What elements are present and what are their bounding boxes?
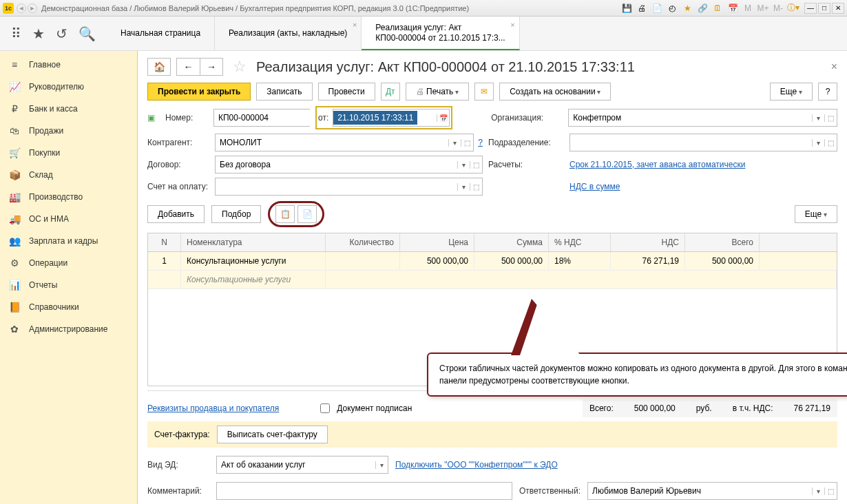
requisites-link[interactable]: Реквизиты продавца и покупателя (147, 403, 279, 413)
calc-link[interactable]: Срок 21.10.2015, зачет аванса автоматиче… (569, 160, 837, 169)
ed-type-field[interactable]: ▾ (216, 456, 388, 474)
sidebar-item-2[interactable]: ₽Банк и касса (0, 98, 137, 120)
info-icon[interactable]: ⓘ▾ (788, 3, 799, 14)
back-button[interactable]: ← (176, 58, 200, 76)
link-icon[interactable]: 🔗 (697, 3, 708, 14)
table-row-sub[interactable]: Консультационные услуги (148, 271, 837, 289)
number-field[interactable] (213, 109, 310, 127)
sidebar-item-9[interactable]: ⚙Операции (0, 252, 137, 274)
calendar-icon[interactable]: 📅 (437, 114, 449, 122)
save-icon[interactable]: 💾 (621, 3, 632, 14)
col-vat[interactable]: % НДС (549, 233, 611, 251)
search-icon[interactable]: 🔍 (79, 25, 96, 42)
close-doc-button[interactable]: × (831, 61, 837, 73)
pick-button[interactable]: Подбор (211, 205, 261, 223)
table-row[interactable]: 1 Консультационные услуги 500 000,00 500… (148, 252, 837, 271)
col-price[interactable]: Цена (400, 233, 474, 251)
history-icon[interactable]: ↺ (56, 25, 67, 42)
m-minus-icon[interactable]: M- (773, 3, 784, 14)
contragent-help-icon[interactable]: ? (478, 138, 483, 147)
paste-rows-icon[interactable]: 📄 (297, 205, 317, 223)
col-vatsum[interactable]: НДС (611, 233, 685, 251)
vat-link[interactable]: НДС в сумме (569, 182, 837, 191)
sidebar-item-1[interactable]: 📈Руководителю (0, 76, 137, 98)
favorite-star-icon[interactable]: ☆ (233, 58, 247, 76)
sidebar-item-10[interactable]: 📊Отчеты (0, 274, 137, 296)
tab-realization[interactable]: Реализация (акты, накладные) × (215, 17, 362, 50)
close-icon[interactable]: × (353, 21, 357, 29)
history-fwd-icon[interactable]: ► (28, 3, 37, 13)
sidebar-label: Руководителю (29, 82, 84, 92)
copy-rows-icon[interactable]: 📋 (275, 205, 295, 223)
print-icon[interactable]: 🖨 (636, 3, 647, 14)
post-button[interactable]: Провести (318, 83, 375, 101)
tab-start[interactable]: Начальная страница (107, 17, 215, 50)
sidebar-item-6[interactable]: 🏭Производство (0, 186, 137, 208)
contragent-label: Контрагент: (147, 138, 209, 147)
invoice-factura-block: Счет-фактура: Выписать счет-фактуру (147, 421, 837, 448)
apps-icon[interactable]: ⠿ (11, 25, 21, 42)
tab-active-doc[interactable]: Реализация услуг: Акт КП00-000004 от 21.… (362, 17, 519, 50)
sidebar-item-0[interactable]: ≡Главное (0, 54, 137, 76)
table-more-button[interactable]: Еще (795, 205, 837, 223)
movements-icon[interactable]: Дт (381, 83, 400, 101)
calendar-icon[interactable]: 📅 (727, 3, 738, 14)
print-button[interactable]: 🖨 Печать (406, 83, 469, 101)
close-window-button[interactable]: ✕ (832, 3, 844, 14)
subdivision-field[interactable]: ▾⬚ (569, 134, 837, 151)
sidebar-item-7[interactable]: 🚚ОС и НМА (0, 208, 137, 230)
sidebar-item-3[interactable]: 🛍Продажи (0, 120, 137, 142)
invoice-label: Счет на оплату: (147, 182, 209, 191)
help-icon[interactable]: ? (818, 83, 837, 101)
sidebar-item-12[interactable]: ✿Администрирование (0, 318, 137, 340)
date-label: от: (318, 113, 328, 123)
signed-checkbox[interactable] (320, 403, 330, 413)
contract-field[interactable]: ▾⬚ (215, 156, 483, 174)
minimize-button[interactable]: — (804, 3, 817, 14)
col-total[interactable]: Всего (685, 233, 760, 251)
mail-icon[interactable]: ✉ (474, 83, 494, 101)
sidebar-item-11[interactable]: 📙Справочники (0, 296, 137, 318)
window-title: Демонстрационная база / Любимов Валерий … (41, 4, 621, 12)
close-icon[interactable]: × (510, 21, 514, 29)
forward-button[interactable]: → (200, 58, 223, 76)
invoice-field[interactable]: ▾⬚ (215, 178, 483, 196)
date-field[interactable]: 21.10.2015 17:33:11 📅 (333, 109, 450, 127)
calc-icon[interactable]: 🗓 (712, 3, 723, 14)
totals-block: Всего: 500 000,00 руб. в т.ч. НДС: 76 27… (583, 399, 837, 417)
compare-icon[interactable]: ◴ (667, 3, 678, 14)
col-qty[interactable]: Количество (326, 233, 400, 251)
comment-field[interactable] (216, 482, 512, 500)
col-n[interactable]: N (148, 233, 181, 251)
sidebar-item-8[interactable]: 👥Зарплата и кадры (0, 230, 137, 252)
contragent-field[interactable]: ▾⬚ (215, 134, 474, 151)
history-back-icon[interactable]: ◄ (17, 3, 26, 13)
col-nom[interactable]: Номенклатура (181, 233, 326, 251)
add-row-button[interactable]: Добавить (147, 205, 205, 223)
create-based-button[interactable]: Создать на основании (499, 83, 611, 101)
responsible-field[interactable]: ▾⬚ (587, 482, 837, 500)
org-field[interactable]: ▾⬚ (568, 109, 837, 127)
more-button[interactable]: Еще (770, 83, 813, 101)
titlebar: 1c ◄ ► Демонстрационная база / Любимов В… (0, 0, 847, 17)
doc-icon[interactable]: 📄 (651, 3, 662, 14)
number-label: Номер: (165, 113, 208, 123)
sidebar-icon: 📦 (8, 169, 21, 180)
sidebar-item-4[interactable]: 🛒Покупки (0, 142, 137, 164)
sidebar-label: Операции (29, 258, 67, 268)
favorite-icon[interactable]: ★ (682, 3, 693, 14)
sidebar-label: Склад (29, 170, 53, 180)
col-sum[interactable]: Сумма (474, 233, 549, 251)
maximize-button[interactable]: □ (818, 3, 830, 14)
edo-connect-link[interactable]: Подключить "ООО ""Конфетпром""" к ЭДО (395, 460, 558, 470)
sidebar-label: Продажи (29, 126, 63, 136)
write-button[interactable]: Записать (256, 83, 312, 101)
m-plus-icon[interactable]: M+ (757, 3, 768, 14)
sidebar-item-5[interactable]: 📦Склад (0, 164, 137, 186)
post-close-button[interactable]: Провести и закрыть (147, 83, 251, 101)
star-icon[interactable]: ★ (32, 25, 45, 42)
responsible-label: Ответственный: (519, 486, 581, 496)
write-invoice-button[interactable]: Выписать счет-фактуру (217, 426, 328, 443)
m-icon[interactable]: M (742, 3, 753, 14)
home-button[interactable]: 🏠 (147, 58, 171, 76)
